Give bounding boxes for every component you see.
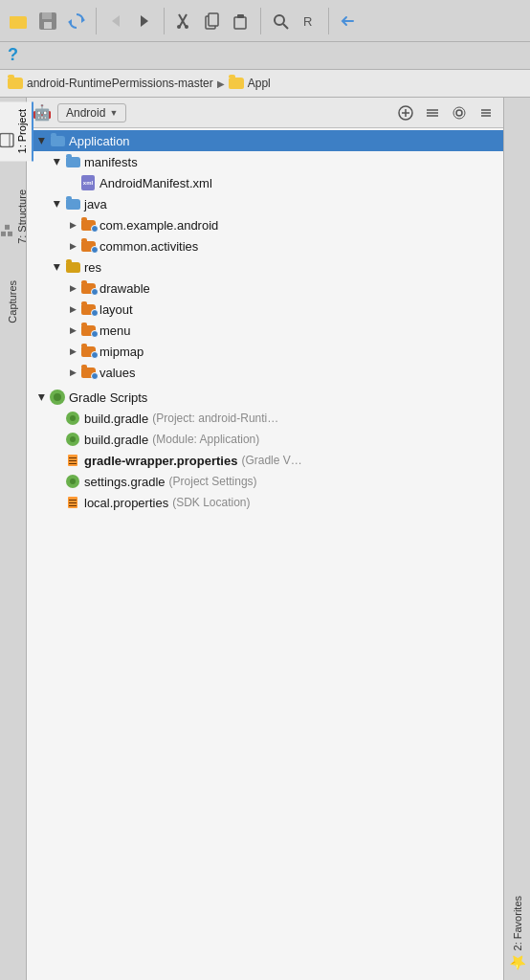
settings-gradle-suffix: (Project Settings) [169,475,257,488]
arrow-values[interactable]: ▶ [65,365,80,380]
tree-item-java[interactable]: ▶ java [27,193,503,214]
values-label: values [99,366,136,380]
tree-item-settings-gradle[interactable]: settings.gradle (Project Settings) [27,471,503,492]
paste-button[interactable] [228,8,254,34]
tree-item-mipmap[interactable]: ▶ mipmap [27,341,503,362]
folder-menu-icon [80,323,96,338]
tree-item-drawable[interactable]: ▶ drawable [27,278,503,299]
tree-item-values[interactable]: ▶ values [27,362,503,383]
breadcrumb-item-1[interactable]: android-RuntimePermissions-master [27,77,213,90]
tree-item-gradle-wrapper[interactable]: gradle-wrapper.properties (Gradle V… [27,450,503,471]
build-gradle-module-label: build.gradle [84,433,148,447]
svg-rect-25 [5,225,10,230]
help-button[interactable]: ? [8,45,18,65]
arrow-res[interactable]: ▶ [50,259,65,275]
tree-item-gradle-scripts[interactable]: ▶ Gradle Scripts [27,387,503,408]
folder-values-icon [80,365,96,380]
arrow-layout[interactable]: ▶ [65,301,80,317]
gradle-file-icon-1 [65,411,80,426]
folder-badge-values [91,372,99,380]
svg-marker-8 [112,15,120,27]
tree-item-androidmanifest[interactable]: xml AndroidManifest.xml [27,172,503,193]
save-button[interactable] [34,8,61,34]
build-gradle-module-suffix: (Module: Application) [152,433,259,446]
folder-com-example-icon [80,217,96,233]
back-button[interactable] [102,8,129,34]
svg-line-19 [283,24,288,29]
favorites-tab-icon: ⭐ [510,954,525,970]
gradle-wrapper-suffix: (Gradle V… [241,454,301,467]
breadcrumb-item-2[interactable]: Appl [248,77,271,90]
props-file-icon-1 [65,453,80,468]
arrow-drawable[interactable]: ▶ [65,280,80,296]
xml-file-icon: xml [80,175,96,190]
sync-panel-button[interactable] [421,101,444,124]
sidebar-tab-project[interactable]: 1: Project [0,101,33,161]
view-dropdown[interactable]: Android ▼ [57,103,126,122]
tree-item-layout[interactable]: ▶ layout [27,299,503,320]
tree-item-menu[interactable]: ▶ menu [27,320,503,341]
props-line-3 [69,463,77,464]
sidebar-tab-structure[interactable]: 7: Structure [0,182,33,252]
arrow-menu[interactable]: ▶ [65,323,80,338]
folder-badge-icon [91,225,99,233]
arrow-common-activities[interactable]: ▶ [65,238,80,254]
refactor-button[interactable]: R [296,8,322,34]
tree-item-manifests[interactable]: ▶ manifests [27,151,503,172]
svg-point-12 [177,25,181,29]
com-example-label: com.example.android [99,218,218,233]
tree-item-res[interactable]: ▶ res [27,256,503,278]
gradle-wrapper-label: gradle-wrapper.properties [84,454,237,468]
svg-rect-5 [44,22,52,29]
forward-button[interactable] [131,8,158,34]
arrow-mipmap[interactable]: ▶ [65,344,80,359]
props-line-2 [69,460,77,461]
arrow-manifests[interactable]: ▶ [50,154,65,169]
cut-button[interactable] [170,8,197,34]
main-layout: 1: Project 7: Structure Captures 🤖 Andro… [0,98,530,980]
structure-tab-label: 7: Structure [16,189,28,244]
arrow-com-example[interactable]: ▶ [65,217,80,233]
breadcrumb: android-RuntimePermissions-master ▶ Appl [0,69,530,98]
props-file-icon-2 [65,495,80,510]
build-gradle-project-suffix: (Project: android-Runti… [152,412,278,425]
manifests-label: manifests [84,155,138,169]
tree-item-common-activities[interactable]: ▶ common.activities [27,235,503,256]
folder-badge-drawable [91,288,99,296]
local-properties-label: local.properties [84,496,168,510]
help-row: ? [0,42,530,69]
open-folder-button[interactable] [6,8,33,34]
svg-point-18 [275,15,284,25]
arrow-gradle[interactable]: ▶ [34,390,50,405]
gradle-scripts-icon [50,390,65,405]
folder-layout-icon [80,301,96,317]
sidebar-tab-favorites[interactable]: ⭐ 2: Favorites [506,888,529,978]
props-line-a [69,500,77,501]
panel-menu-button[interactable] [475,101,497,124]
copy-button[interactable] [199,8,226,34]
svg-rect-2 [10,18,27,29]
local-properties-suffix: (SDK Location) [172,496,250,509]
arrow-application[interactable]: ▶ [34,133,50,148]
arrow-java[interactable]: ▶ [50,196,65,212]
left-sidebar-tabs: 1: Project 7: Structure Captures [0,98,27,980]
sync-button[interactable] [63,8,90,34]
tree-item-com-example[interactable]: ▶ com.example.android [27,214,503,235]
toolbar-separator-2 [164,8,165,34]
tree-item-local-properties[interactable]: local.properties (SDK Location) [27,492,503,513]
back-arrow-button[interactable] [335,8,362,34]
settings-gradle-label: settings.gradle [84,475,166,489]
add-button[interactable] [394,101,417,124]
sidebar-tab-captures[interactable]: Captures [3,273,24,331]
tree-item-build-gradle-project[interactable]: build.gradle (Project: android-Runti… [27,408,503,429]
tree-item-application[interactable]: ▶ Application [27,130,503,151]
view-dropdown-label: Android [66,106,105,120]
project-tab-label: 1: Project [16,109,28,153]
search-button[interactable] [267,8,294,34]
android-logo-icon: 🤖 [33,103,52,122]
tree-item-build-gradle-module[interactable]: build.gradle (Module: Application) [27,429,503,450]
settings-button[interactable] [448,101,471,124]
folder-mipmap-icon [80,344,96,359]
toolbar-separator-4 [328,8,329,34]
toolbar-separator-3 [260,8,261,34]
